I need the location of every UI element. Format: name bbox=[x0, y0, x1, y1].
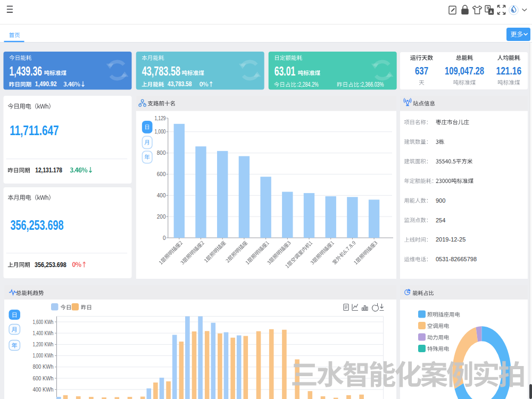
svg-text:2,366.03%: 2,366.03% bbox=[361, 81, 384, 88]
svg-text:400: 400 bbox=[157, 193, 166, 198]
svg-text:0: 0 bbox=[163, 235, 166, 241]
svg-text:109,047.28: 109,047.28 bbox=[445, 65, 484, 77]
svg-text:900: 900 bbox=[436, 197, 445, 204]
svg-text:356,253.698: 356,253.698 bbox=[35, 261, 66, 269]
svg-text:43,783.58: 43,783.58 bbox=[142, 64, 180, 78]
svg-text:1,000: 1,000 bbox=[155, 129, 166, 135]
svg-text:1,129: 1,129 bbox=[155, 115, 166, 121]
svg-text:637: 637 bbox=[415, 65, 428, 77]
svg-text:1,400 KWh: 1,400 KWh bbox=[33, 330, 54, 336]
svg-text:1,600 KWh: 1,600 KWh bbox=[33, 319, 54, 325]
svg-text:1,200 KWh: 1,200 KWh bbox=[33, 342, 54, 347]
svg-text:800 KWh: 800 KWh bbox=[33, 364, 54, 370]
svg-text:1,490.92: 1,490.92 bbox=[35, 80, 57, 88]
svg-text:63.01: 63.01 bbox=[275, 64, 296, 78]
svg-text:12,131.178: 12,131.178 bbox=[35, 166, 62, 174]
svg-text:1,000 KWh: 1,000 KWh bbox=[33, 353, 54, 359]
svg-text:200: 200 bbox=[157, 214, 166, 220]
svg-text:11,711.647: 11,711.647 bbox=[10, 123, 59, 138]
svg-text:1,439.36: 1,439.36 bbox=[10, 64, 43, 78]
svg-text:0531-82665798: 0531-82665798 bbox=[436, 256, 477, 262]
svg-text:43,783.58: 43,783.58 bbox=[168, 80, 192, 88]
svg-text:600 KWh: 600 KWh bbox=[33, 376, 54, 381]
svg-text:2019-12-25: 2019-12-25 bbox=[436, 236, 466, 243]
svg-text:2,284.2%: 2,284.2% bbox=[298, 81, 319, 88]
svg-text:254: 254 bbox=[436, 217, 445, 223]
svg-text:600: 600 bbox=[157, 171, 166, 177]
svg-text:400 KWh: 400 KWh bbox=[33, 387, 54, 393]
svg-text:800: 800 bbox=[157, 150, 166, 156]
svg-text:356,253.698: 356,253.698 bbox=[11, 218, 64, 232]
svg-text:121.16: 121.16 bbox=[496, 65, 522, 77]
